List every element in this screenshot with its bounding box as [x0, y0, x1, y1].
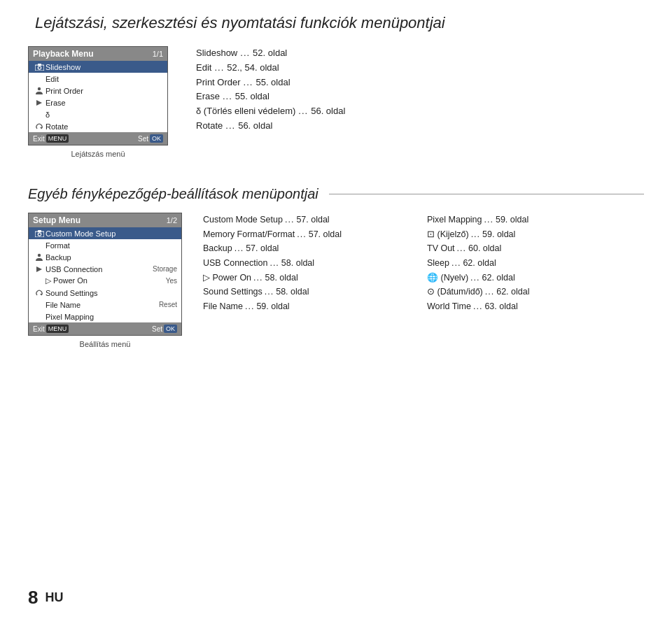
bottom-section: Setup Menu 1/2 Custom Mode Setu [28, 213, 644, 348]
ref-page: 59. oldal [482, 227, 515, 242]
setup-menu-item-sound[interactable]: Sound Settings [29, 287, 181, 299]
ref-page: 63. oldal [484, 299, 517, 314]
ref-text: δ (Törlés elleni védelem) [196, 104, 295, 119]
ref-page: 55. oldal [235, 90, 270, 104]
setup-menu-item-filename[interactable]: File Name Reset [29, 299, 181, 311]
playback-menu-item-slideshow[interactable]: Slideshow [29, 61, 167, 73]
setup-menu-container: Setup Menu 1/2 Custom Mode Setu [28, 213, 182, 348]
ref-dots: ... [265, 285, 274, 299]
ref-item: Pixel Mapping...59. oldal [427, 213, 644, 227]
playback-slideshow-label: Slideshow [46, 63, 163, 71]
playback-menu-item-delta[interactable]: δ [29, 108, 167, 120]
ref-text: Sleep [427, 256, 449, 271]
ref-text: Rotate [196, 119, 223, 134]
ref-page: 58. oldal [276, 285, 309, 299]
setup-menu-header: Setup Menu 1/2 [29, 213, 181, 227]
page-footer: 8 HU [28, 587, 63, 609]
person-icon-setup [33, 253, 46, 262]
ref-item: Edit ... 52., 54. oldal [196, 61, 644, 76]
ref-dots: ... [297, 227, 306, 242]
ref-text: Sound Settings [203, 285, 262, 299]
playback-set-btn[interactable]: Set OK [138, 134, 163, 143]
ref-dots: ... [484, 213, 493, 227]
playback-menu-footer: Exit MENU Set OK [29, 132, 167, 145]
ref-dots: ... [253, 271, 262, 285]
ref-page: 56. oldal [311, 104, 345, 119]
playback-set-badge: OK [150, 134, 163, 143]
ref-text: Edit [196, 61, 211, 76]
ref-item: TV Out...60. oldal [427, 241, 644, 256]
ref-text: TV Out [427, 241, 455, 256]
section2-title: Egyéb fényképezőgép-beállítások menüpont… [28, 186, 318, 202]
ref-page: 62. oldal [482, 271, 514, 285]
setup-exit-badge: MENU [46, 325, 69, 333]
ref-item: ⊙ (Dátum/idő)...62. oldal [427, 285, 644, 299]
playback-exit-badge: MENU [46, 134, 69, 143]
ref-dots: ... [234, 241, 244, 256]
ref-text: Custom Mode Setup [203, 213, 283, 227]
setup-usb-label: USB Connection [46, 265, 153, 273]
setup-menu-label: Beállítás menü [80, 340, 131, 348]
play-icon [33, 99, 46, 106]
playback-delta-label: δ [46, 111, 163, 119]
setup-ref-col2: Pixel Mapping...59. oldal ⊡ (Kijelző)...… [427, 213, 644, 313]
camera-icon-setup [33, 230, 46, 237]
playback-menu-item-edit[interactable]: Edit [29, 73, 167, 85]
ref-item: Sound Settings...58. oldal [203, 285, 420, 299]
ref-text: Slideshow [196, 46, 237, 61]
setup-menu-body: Custom Mode Setup Format [29, 227, 181, 322]
setup-ref-col1: Custom Mode Setup...57. oldal Memory For… [203, 213, 420, 313]
svg-marker-10 [36, 266, 42, 272]
ref-text: Erase [196, 90, 220, 104]
ref-dots: ... [457, 241, 466, 256]
ref-page: 57. oldal [246, 241, 279, 256]
ref-page: 56. oldal [238, 119, 272, 134]
playback-reference-list: Slideshow ... 52. oldal Edit ... 52., 54… [196, 46, 644, 134]
svg-marker-4 [36, 100, 42, 106]
ref-text: ⊡ (Kijelző) [427, 227, 469, 242]
rotate-icon [33, 122, 46, 131]
ref-text: ▷ Power On [203, 271, 251, 285]
setup-menu-item-custom-mode[interactable]: Custom Mode Setup [29, 227, 181, 239]
ref-page: 62. oldal [496, 285, 529, 299]
ref-text: Pixel Mapping [427, 213, 482, 227]
setup-backup-label: Backup [46, 253, 177, 262]
playback-exit-label: Exit [33, 135, 45, 143]
ref-dots: ... [473, 299, 482, 314]
playback-exit-btn[interactable]: Exit MENU [33, 134, 69, 143]
page-language: HU [45, 590, 63, 605]
setup-menu-item-power-on[interactable]: ▷ Power On Yes [29, 275, 181, 287]
setup-set-btn[interactable]: Set OK [152, 325, 177, 333]
ref-page: 62. oldal [463, 256, 496, 271]
ref-dots: ... [214, 61, 224, 76]
setup-ref-columns: Custom Mode Setup...57. oldal Memory For… [203, 213, 644, 313]
playback-menu-item-print-order[interactable]: Print Order [29, 85, 167, 97]
setup-menu-item-format[interactable]: Format [29, 239, 181, 251]
playback-menu-item-erase[interactable]: Erase [29, 97, 167, 108]
ref-page: 58. oldal [265, 271, 298, 285]
svg-point-1 [38, 66, 41, 69]
ref-item: ▷ Power On...58. oldal [203, 271, 420, 285]
page-number: 8 [28, 587, 38, 609]
playback-menu-item-rotate[interactable]: Rotate [29, 120, 167, 132]
ref-dots: ... [270, 256, 279, 271]
ref-dots: ... [245, 299, 254, 314]
ref-dots: ... [471, 227, 480, 242]
ref-text: 🌐 (Nyelv) [427, 271, 468, 285]
setup-set-badge: OK [164, 325, 177, 333]
playback-menu-container: Playback Menu 1/1 Slideshow [28, 46, 168, 158]
setup-menu-item-backup[interactable]: Backup [29, 251, 181, 263]
ref-page: 60. oldal [468, 241, 501, 256]
ref-page: 59. oldal [256, 299, 289, 314]
svg-point-3 [38, 87, 41, 90]
setup-menu-item-usb[interactable]: USB Connection Storage [29, 263, 181, 275]
ref-item: ⊡ (Kijelző)...59. oldal [427, 227, 644, 242]
setup-menu-item-pixel-mapping[interactable]: Pixel Mapping [29, 311, 181, 322]
main-title: Lejátszási, szerkesztési és nyomtatási f… [35, 14, 644, 32]
ref-item: Print Order ... 55. oldal [196, 76, 644, 90]
playback-menu-box: Playback Menu 1/1 Slideshow [28, 46, 168, 145]
svg-rect-8 [38, 230, 41, 232]
setup-set-label: Set [152, 325, 162, 333]
setup-exit-btn[interactable]: Exit MENU [33, 325, 69, 333]
ref-page: 52., 54. oldal [227, 61, 279, 76]
